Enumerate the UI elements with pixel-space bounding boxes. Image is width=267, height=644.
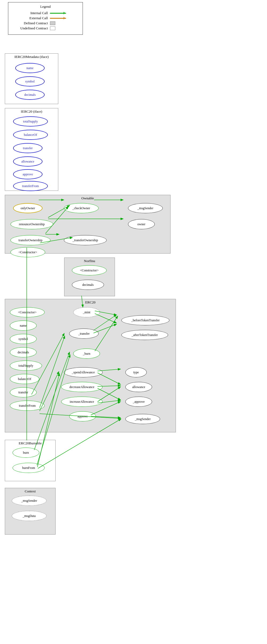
ierc20-title: IERC20 (iface) [5,109,58,114]
legend-external-call: External Call [13,16,78,20]
node-erc20-burn: _burn [73,349,100,359]
undefined-contract-rect [50,26,55,30]
norfinu-title: NorfInu [64,259,115,263]
node-erc20-transfer: transfer [10,387,37,397]
node-erc20-increaseallowance: increaseAllowance [61,397,103,407]
node-erc20-transfer-internal: _transfer [69,329,99,339]
erc20-title: ERC20 [5,300,176,305]
node-context-msgsender: _msgSender [12,496,47,506]
node-erc20burnable-burn: burn [13,448,39,458]
legend-internal-call: Internal Call [13,11,78,15]
node-ierc20metadata-name: name [15,63,45,73]
node-erc20-spendallowance: _spendAllowance [64,367,103,377]
erc20burnable-box: ERC20Burnable burn burnFrom [5,440,56,481]
node-erc20-aftertokentransfer: _afterTokenTransfer [121,330,168,340]
node-ownable-transferownership: transferOwnership [10,235,51,245]
ownable-box: Ownable onlyOwner _checkOwner _msgSender… [5,195,171,254]
external-call-label: External Call [13,16,50,20]
legend-title: Legend [13,5,78,9]
node-erc20-transferfrom: transferFrom [10,401,45,411]
legend-undefined-contract: Undefined Contract [13,26,78,30]
node-erc20-name: name [10,321,37,331]
node-erc20-type: type [125,367,147,377]
external-call-line [50,18,66,19]
erc20burnable-title: ERC20Burnable [5,441,55,445]
node-ierc20-transferfrom: transferFrom [13,181,48,191]
node-ownable-checkowner: _checkOwner [64,203,99,213]
node-context-msgdata: _msgData [12,511,47,521]
node-ierc20metadata-decimals: decimals [15,90,45,100]
node-ownable-transferownership-internal: _transferOwnership [64,235,107,245]
node-erc20-totalsupply: totalSupply [10,361,42,371]
undefined-contract-label: Undefined Contract [13,26,50,30]
node-ierc20-transfer: transfer [13,143,42,153]
internal-call-line [50,13,66,14]
node-erc20-symbol: symbol [10,334,37,344]
context-title: Context [5,489,55,493]
node-erc20-decreaseallowance: decreaseAllowance [61,382,103,392]
node-norfinu-constructor: <Constructor> [72,265,107,275]
diagram-container: Legend Internal Call External Call Defin… [0,0,267,644]
ierc20-box: IERC20 (iface) totalSupply balanceOf tra… [5,108,58,191]
node-ownable-constructor: <Constructor> [10,247,45,257]
defined-contract-label: Defined Contract [13,21,50,25]
node-ierc20metadata-symbol: symbol [15,76,45,86]
erc20-box: ERC20 <Constructor> name symbol decimals… [5,299,176,432]
node-erc20-mint: _mint [73,307,100,317]
node-ownable-owner: owner [128,219,155,229]
node-erc20burnable-burnfrom: burnFrom [13,463,45,473]
legend-defined-contract: Defined Contract [13,21,78,25]
context-box: Context _msgSender _msgData [5,488,56,535]
node-erc20-allowance: allowance [125,382,152,392]
node-ownable-renounceownership: renounceOwnership [10,219,53,229]
node-erc20-beforetokentransfer: _beforeTokenTransfer [121,315,169,325]
node-ownable-onlyowner: onlyOwner [13,203,42,213]
node-ierc20-allowance: allowance [13,156,42,167]
node-ownable-msgsender: _msgSender [128,203,163,213]
node-erc20-approve: approve [69,411,96,421]
node-erc20-decimals: decimals [10,347,37,357]
node-ierc20-approve: approve [13,169,42,179]
internal-call-label: Internal Call [13,11,50,15]
node-ierc20-totalsupply: totalSupply [13,116,48,127]
node-erc20-balanceof: balanceOf [10,374,39,384]
node-ierc20-balanceof: balanceOf [13,130,48,140]
node-erc20-approve-internal: _approve [125,397,152,407]
norfinu-box: NorfInu <Constructor> decimals [64,258,115,296]
ierc20metadata-box: IERC20Metadata (iface) name symbol decim… [5,53,58,104]
ownable-title: Ownable [5,196,170,200]
legend-box: Legend Internal Call External Call Defin… [8,2,83,35]
node-erc20-constructor: <Constructor> [10,307,45,317]
node-erc20-msgsender: _msgSender [125,414,160,424]
ierc20metadata-title: IERC20Metadata (iface) [5,55,58,59]
defined-contract-rect [50,21,55,25]
node-norfinu-decimals: decimals [72,280,104,290]
